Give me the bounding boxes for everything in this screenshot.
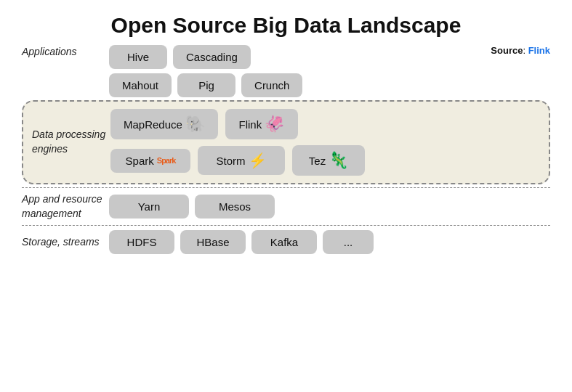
hbase-chip: HBase [180, 230, 246, 254]
flink-chip: Flink 🦑 [225, 109, 298, 139]
crunch-chip: Crunch [241, 73, 302, 97]
pig-chip: Pig [177, 73, 235, 97]
app-resource-items: Yarn Mesos [109, 195, 550, 219]
more-chip: ... [323, 230, 374, 254]
page-title: Open Source Big Data Landscape [0, 0, 572, 45]
storage-items: HDFS HBase Kafka ... [109, 230, 550, 254]
flink-label: Flink [239, 118, 262, 131]
app-resource-label: App and resourcemanagement [22, 192, 109, 221]
spark-logo-icon: Spark [157, 156, 176, 165]
storage-label: Storage, streams [22, 235, 109, 250]
hive-chip: Hive [109, 45, 167, 69]
mesos-chip: Mesos [195, 195, 275, 219]
data-processing-items: MapReduce 🐘 Flink 🦑 SparkSpark Storm ⚡ T… [110, 109, 540, 176]
mapreduce-chip: MapReduce 🐘 [110, 109, 218, 139]
tez-icon: 🦎 [329, 151, 348, 170]
flink-icon: 🦑 [265, 115, 284, 134]
storage-section: Storage, streams HDFS HBase Kafka ... [22, 230, 550, 254]
app-row-2: Mahout Pig Crunch [109, 73, 302, 97]
data-processing-label: Data processingengines [32, 128, 110, 156]
applications-section: Applications Hive Cascading Mahout Pig C… [22, 45, 550, 97]
kafka-chip: Kafka [251, 230, 317, 254]
storm-label: Storm [216, 155, 245, 167]
dpe-row-1: MapReduce 🐘 Flink 🦑 [110, 109, 540, 139]
dpe-row-2: SparkSpark Storm ⚡ Tez 🦎 [110, 145, 540, 176]
app-row-1: Hive Cascading [109, 45, 302, 69]
divider-1 [22, 187, 550, 188]
divider-2 [22, 225, 550, 226]
yarn-chip: Yarn [109, 195, 189, 219]
data-processing-section: Data processingengines MapReduce 🐘 Flink… [22, 100, 550, 184]
hadoop-elephant-icon: 🐘 [185, 115, 205, 134]
applications-label: Applications [22, 45, 109, 60]
storm-chip: Storm ⚡ [198, 146, 285, 175]
tez-label: Tez [309, 155, 326, 167]
storm-icon: ⚡ [249, 152, 267, 169]
cascading-chip: Cascading [173, 45, 251, 69]
mapreduce-label: MapReduce [124, 118, 182, 131]
app-resource-section: App and resourcemanagement Yarn Mesos [22, 192, 550, 221]
spark-chip: SparkSpark [110, 149, 190, 173]
tez-chip: Tez 🦎 [292, 145, 365, 176]
spark-label: Spark [126, 155, 154, 167]
applications-chips: Hive Cascading Mahout Pig Crunch [109, 45, 302, 97]
mahout-chip: Mahout [109, 73, 172, 97]
hdfs-chip: HDFS [109, 230, 174, 254]
